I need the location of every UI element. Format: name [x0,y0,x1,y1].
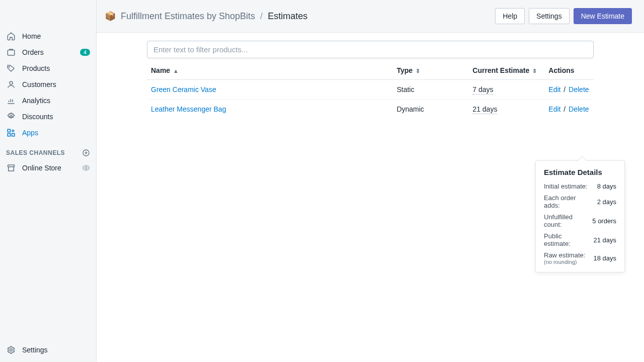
popover-key: Unfulfilled count: [544,213,588,228]
col-name[interactable]: Name ▲ [147,61,392,80]
col-actions: Actions [544,61,594,80]
sidebar: Home Orders 4 Products Customers [0,0,97,362]
popover-key-main: Raw estimate: [544,251,585,259]
col-estimate-label: Current Estimate [472,66,529,74]
breadcrumb: 📦 Fulfillment Estimates by ShopBits / Es… [105,11,495,22]
sidebar-item-label: Products [22,64,90,72]
estimate-value[interactable]: 7 days [472,85,493,95]
svg-point-1 [9,66,10,67]
sidebar-item-products[interactable]: Products [0,60,96,76]
product-link[interactable]: Green Ceramic Vase [151,85,216,94]
sidebar-item-orders[interactable]: Orders 4 [0,44,96,60]
svg-rect-6 [8,134,10,136]
gear-icon [6,345,16,355]
sidebar-item-label: Online Store [22,164,82,172]
popover-row: Unfulfilled count: 5 orders [544,213,616,228]
popover-value: 18 days [593,254,616,262]
sidebar-item-label: Settings [22,346,90,354]
apps-icon [6,128,16,138]
popover-row: Initial estimate: 8 days [544,183,616,190]
table-row: Green Ceramic Vase Static 7 days Edit / … [147,80,594,100]
sales-channels-header: SALES CHANNELS [0,141,96,160]
discount-icon [6,112,16,122]
sidebar-item-label: Analytics [22,97,90,105]
sidebar-item-label: Customers [22,80,90,88]
col-type-label: Type [396,66,413,74]
topbar: 📦 Fulfillment Estimates by ShopBits / Es… [97,0,644,33]
main-area: 📦 Fulfillment Estimates by ShopBits / Es… [97,0,644,362]
popover-row: Public estimate: 21 days [544,232,616,247]
svg-rect-4 [8,129,10,132]
svg-point-8 [85,167,87,169]
popover-key: Raw estimate: (no rounding) [544,251,585,265]
col-estimate[interactable]: Current Estimate ⇕ [468,61,544,80]
add-channel-icon[interactable] [82,149,90,157]
col-name-label: Name [151,66,170,74]
delete-link[interactable]: Delete [569,105,589,113]
estimate-value[interactable]: 21 days [472,105,497,114]
popover-key: Each order adds: [544,194,593,209]
customer-icon [6,79,16,89]
settings-button[interactable]: Settings [529,8,570,24]
sales-channels-label: SALES CHANNELS [6,149,82,156]
estimates-table: Name ▲ Type ⇕ Current Estimate ⇕ [147,61,594,119]
svg-point-2 [10,81,13,84]
sort-icon: ⇕ [532,68,537,74]
tag-icon [6,63,16,73]
sort-icon: ⇕ [416,68,420,74]
package-icon: 📦 [105,11,116,22]
sidebar-item-apps[interactable]: Apps [0,125,96,141]
view-store-icon[interactable] [82,164,90,172]
analytics-icon [6,96,16,106]
sort-asc-icon: ▲ [173,68,179,74]
sidebar-item-label: Apps [22,129,90,137]
table-row: Leather Messenger Bag Dynamic 21 days Ed… [147,100,594,119]
new-estimate-button[interactable]: New Estimate [574,8,632,24]
popover-key-sub: (no rounding) [544,259,585,265]
svg-point-9 [10,349,13,351]
sidebar-item-online-store[interactable]: Online Store [0,160,96,176]
popover-value: 8 days [597,183,616,190]
svg-rect-0 [8,50,15,56]
breadcrumb-current: Estimates [268,11,307,22]
sidebar-item-analytics[interactable]: Analytics [0,93,96,109]
popover-value: 2 days [597,198,616,206]
edit-link[interactable]: Edit [548,85,560,94]
popover-title: Estimate Details [544,168,616,176]
popover-key: Initial estimate: [544,183,588,190]
popover-value: 21 days [593,236,616,244]
popover-key: Public estimate: [544,232,589,247]
svg-rect-5 [12,134,15,136]
content: Name ▲ Type ⇕ Current Estimate ⇕ [97,33,644,362]
edit-link[interactable]: Edit [548,105,560,113]
breadcrumb-sep: / [260,11,263,22]
action-sep: / [564,105,566,113]
orders-icon [6,47,16,57]
product-link[interactable]: Leather Messenger Bag [151,105,226,113]
sidebar-item-discounts[interactable]: Discounts [0,109,96,125]
estimate-details-popover: Estimate Details Initial estimate: 8 day… [535,160,625,273]
action-sep: / [564,85,566,94]
sidebar-item-label: Orders [22,48,80,56]
col-actions-label: Actions [548,66,574,74]
popover-row: Raw estimate: (no rounding) 18 days [544,251,616,265]
popover-row: Each order adds: 2 days [544,194,616,209]
home-icon [6,31,16,41]
popover-value: 5 orders [592,217,616,225]
sidebar-item-home[interactable]: Home [0,28,96,44]
orders-badge: 4 [80,49,90,56]
store-icon [6,163,16,173]
sidebar-item-label: Discounts [22,113,90,121]
filter-products-input[interactable] [147,41,594,58]
type-value: Dynamic [396,105,424,113]
type-value: Static [396,85,414,94]
sidebar-item-label: Home [22,32,90,40]
delete-link[interactable]: Delete [569,85,589,94]
help-button[interactable]: Help [495,8,525,24]
topbar-actions: Help Settings New Estimate [495,8,632,24]
sidebar-item-customers[interactable]: Customers [0,76,96,93]
col-type[interactable]: Type ⇕ [392,61,468,80]
breadcrumb-app[interactable]: Fulfillment Estimates by ShopBits [121,11,255,22]
sidebar-item-settings[interactable]: Settings [0,342,96,358]
